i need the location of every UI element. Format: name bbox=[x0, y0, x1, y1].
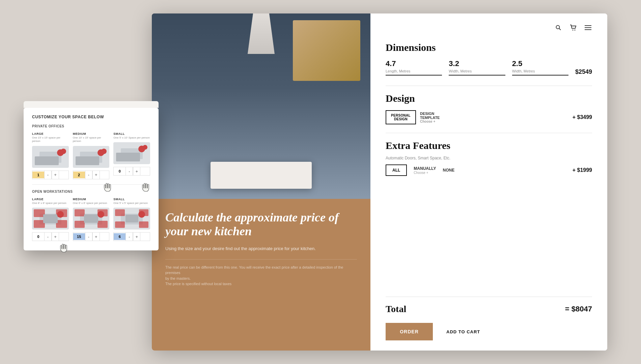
cart-icon[interactable] bbox=[569, 24, 577, 32]
svg-point-3 bbox=[575, 30, 576, 31]
private-large-image bbox=[32, 146, 69, 168]
svg-point-2 bbox=[573, 30, 574, 31]
dim-width2: 2.5 Width, Metres bbox=[512, 59, 568, 75]
open-small-qty-plus[interactable]: + bbox=[133, 233, 140, 241]
svg-line-1 bbox=[559, 29, 561, 30]
dim-width2-value: 2.5 bbox=[512, 59, 568, 68]
design-template-option[interactable]: DESIGN TEMPLATE Choose + bbox=[420, 112, 440, 123]
private-small-qty-plus[interactable]: + bbox=[133, 167, 140, 175]
features-section: Extra Features Automatic Doors, Smart Sp… bbox=[386, 133, 592, 176]
total-amount: = $8047 bbox=[565, 305, 592, 313]
dimensions-price: $2549 bbox=[575, 68, 592, 75]
private-large-col: LARGE One 15' x 15' space per person 1 -… bbox=[32, 132, 69, 179]
open-large-image bbox=[32, 208, 69, 230]
customize-title: CUSTOMIZE YOUR SPACE BELOW bbox=[32, 115, 150, 119]
private-small-qty-minus[interactable]: - bbox=[126, 167, 133, 175]
private-large-qty-plus[interactable]: + bbox=[52, 171, 59, 179]
cursor-hand-2 bbox=[141, 181, 151, 191]
open-medium-qty-input[interactable]: 15 bbox=[73, 233, 85, 240]
dim-width1-value: 3.2 bbox=[449, 59, 505, 68]
open-small-desc: One 5' x 5' space per person bbox=[113, 202, 150, 205]
section-divider bbox=[32, 184, 150, 185]
total-label: Total bbox=[386, 304, 406, 314]
order-button[interactable]: ORDER bbox=[386, 323, 433, 340]
kitchen-hood bbox=[248, 13, 275, 54]
private-small-col: SMALL One 5' x 10' Space per person 0 - … bbox=[113, 132, 150, 179]
open-medium-qty-control: 15 - + bbox=[73, 232, 110, 241]
dimensions-title: Dimensions bbox=[386, 42, 592, 53]
open-workstations-label: OPEN WORKSTATIONS bbox=[32, 190, 150, 193]
dimensions-row: 4.7 Length, Metres 3.2 Width, Metres 2.5… bbox=[386, 59, 592, 75]
feature-manually-option[interactable]: MANUALLY Choose + bbox=[414, 166, 436, 175]
private-medium-qty-minus[interactable]: - bbox=[85, 171, 92, 179]
private-small-image bbox=[113, 142, 150, 164]
panel-content: Calculate the approximate price of your … bbox=[152, 199, 370, 351]
design-options: PERSONALDESIGN DESIGN TEMPLATE Choose + … bbox=[386, 110, 592, 124]
dim-length: 4.7 Length, Metres bbox=[386, 59, 442, 75]
open-small-name: SMALL bbox=[113, 198, 150, 201]
kitchen-image bbox=[152, 13, 370, 199]
design-price: + $3499 bbox=[573, 114, 592, 120]
open-medium-qty-minus[interactable]: - bbox=[85, 233, 92, 241]
open-medium-desc: One 6' x 6' space per person bbox=[73, 202, 110, 205]
open-large-qty-input[interactable]: 0 bbox=[32, 233, 44, 240]
open-large-name: LARGE bbox=[32, 198, 69, 201]
open-small-col: SMALL One 5' x 5' space per person 6 - + bbox=[113, 198, 150, 241]
private-large-qty-control: 1 - + bbox=[32, 171, 69, 179]
open-small-qty-control: 6 - + bbox=[113, 232, 150, 241]
private-offices-label: PRIVATE OFFICES bbox=[32, 124, 150, 128]
open-medium-qty-plus[interactable]: + bbox=[92, 233, 100, 241]
dim-length-value: 4.7 bbox=[386, 59, 442, 68]
private-large-qty-input[interactable]: 1 bbox=[32, 172, 44, 178]
private-medium-desc: One 10' x 15' space per person bbox=[73, 136, 110, 143]
action-buttons: ORDER ADD TO CART bbox=[386, 323, 592, 340]
feature-all-btn[interactable]: ALL bbox=[386, 164, 407, 176]
kitchen-island bbox=[211, 162, 312, 189]
dim-width2-label: Width, Metres bbox=[512, 69, 568, 73]
panel-left: Calculate the approximate price of your … bbox=[152, 13, 370, 351]
private-large-qty-minus[interactable]: - bbox=[44, 171, 52, 179]
search-icon[interactable] bbox=[554, 24, 562, 32]
main-heading: Calculate the approximate price of your … bbox=[165, 211, 357, 239]
open-large-qty-control: 0 - + bbox=[32, 232, 69, 241]
disclaimer: The real price can be different from thi… bbox=[165, 259, 357, 287]
dim-width1-label: Width, Metres bbox=[449, 69, 505, 73]
features-options: ALL MANUALLY Choose + NONE + $1999 bbox=[386, 164, 592, 176]
main-panel: Calculate the approximate price of your … bbox=[152, 13, 607, 351]
private-small-name: SMALL bbox=[113, 132, 150, 135]
open-medium-name: MEDIUM bbox=[73, 198, 110, 201]
open-large-qty-plus[interactable]: + bbox=[52, 233, 59, 241]
add-to-cart-button[interactable]: ADD TO CART bbox=[438, 323, 489, 340]
cursor-hand-3 bbox=[59, 242, 69, 252]
open-workstations-sizes: LARGE One 8' x 8' space per person 0 - +… bbox=[32, 198, 150, 241]
open-medium-image bbox=[73, 208, 110, 230]
panel-right: Dimensions 4.7 Length, Metres 3.2 Width,… bbox=[370, 13, 607, 351]
open-small-image bbox=[113, 208, 150, 230]
open-large-desc: One 8' x 8' space per person bbox=[32, 202, 69, 205]
features-title: Extra Features bbox=[386, 140, 592, 151]
top-nav bbox=[386, 24, 592, 32]
svg-point-0 bbox=[556, 26, 560, 29]
private-small-desc: One 5' x 10' Space per person bbox=[113, 136, 150, 140]
cursor-hand-1 bbox=[103, 181, 113, 191]
open-small-qty-minus[interactable]: - bbox=[126, 233, 133, 241]
open-medium-col: MEDIUM One 6' x 6' space per person 15 -… bbox=[73, 198, 110, 241]
private-medium-qty-input[interactable]: 2 bbox=[73, 172, 85, 178]
features-price: + $1999 bbox=[573, 167, 592, 173]
open-large-col: LARGE One 8' x 8' space per person 0 - + bbox=[32, 198, 69, 241]
private-medium-qty-control: 2 - + bbox=[73, 171, 110, 179]
features-subtitle: Automatic Doors, Smart Space, Etc. bbox=[386, 156, 592, 160]
open-small-qty-input[interactable]: 6 bbox=[114, 233, 126, 240]
design-section: Design PERSONALDESIGN DESIGN TEMPLATE Ch… bbox=[386, 86, 592, 124]
open-large-qty-minus[interactable]: - bbox=[44, 233, 52, 241]
design-personal-option[interactable]: PERSONALDESIGN bbox=[386, 110, 416, 124]
total-section: Total = $8047 bbox=[386, 297, 592, 314]
private-large-desc: One 15' x 15' space per person bbox=[32, 136, 69, 143]
overlay-panel: CUSTOMIZE YOUR SPACE BELOW PRIVATE OFFIC… bbox=[24, 108, 159, 250]
menu-icon[interactable] bbox=[584, 24, 592, 32]
private-medium-name: MEDIUM bbox=[73, 132, 110, 135]
private-medium-qty-plus[interactable]: + bbox=[92, 171, 100, 179]
private-small-qty-input[interactable]: 0 bbox=[114, 168, 126, 175]
kitchen-cabinet bbox=[293, 20, 360, 81]
feature-none-option[interactable]: NONE bbox=[443, 168, 455, 173]
